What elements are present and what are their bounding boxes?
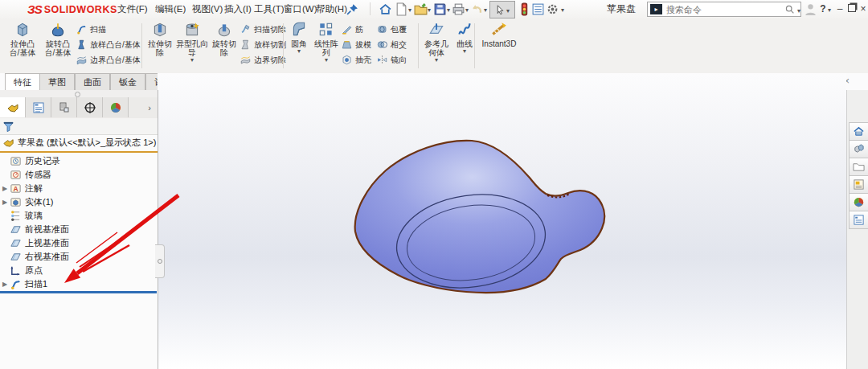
- reference-geometry-button[interactable]: 参考几何体: [422, 21, 451, 63]
- tree-filter-row[interactable]: [0, 118, 158, 135]
- wrap-button[interactable]: 包覆: [376, 22, 407, 37]
- sweep-button[interactable]: 扫描: [76, 22, 141, 37]
- tab-configurationmanager[interactable]: [51, 97, 77, 117]
- linear-pattern-button[interactable]: 线性阵列: [313, 21, 340, 63]
- lofted-boss-icon: [76, 39, 88, 51]
- tab-features[interactable]: 特征: [5, 73, 40, 91]
- rebuild-traffic-light-icon[interactable]: [518, 2, 531, 16]
- fillet-button[interactable]: 圆角: [287, 21, 311, 54]
- taskpane-file-explorer-button[interactable]: [849, 158, 868, 176]
- panel-tab-overflow[interactable]: ›: [129, 97, 158, 118]
- minimize-button[interactable]: –: [833, 2, 846, 15]
- tree-item-right-plane[interactable]: 右视基准面: [0, 250, 158, 264]
- new-document-icon[interactable]: [395, 2, 408, 16]
- apple-plate-model[interactable]: [321, 129, 619, 322]
- tab-featuremanager[interactable]: [0, 97, 26, 117]
- swept-cut-button[interactable]: 扫描切除: [240, 22, 286, 37]
- restore-icon: [848, 4, 856, 12]
- help-caret-icon[interactable]: [827, 4, 831, 14]
- settings-gear-icon[interactable]: [546, 2, 559, 16]
- hole-wizard-button[interactable]: 异型孔向导: [176, 21, 208, 63]
- pin-icon[interactable]: [346, 2, 359, 16]
- tab-surfaces[interactable]: 曲面: [75, 73, 110, 90]
- dimxpertmanager-icon: [84, 101, 96, 114]
- tab-propertymanager[interactable]: [26, 97, 51, 117]
- search-scope-icon[interactable]: ▸: [650, 4, 662, 14]
- revolved-cut-button[interactable]: 旋转切除: [210, 21, 239, 57]
- select-tool-button[interactable]: [489, 1, 515, 18]
- search-caret-icon[interactable]: [796, 5, 800, 14]
- undo-caret-icon[interactable]: [483, 4, 487, 14]
- tree-item-solid-bodies[interactable]: ▶ 实体(1): [0, 195, 158, 209]
- new-document-caret-icon[interactable]: [407, 4, 411, 14]
- save-icon[interactable]: [433, 2, 447, 16]
- task-pane: [846, 90, 868, 369]
- extruded-boss-button[interactable]: 拉伸凸台/基体: [6, 21, 39, 57]
- ribbon-group-instant3d: Instant3D: [477, 18, 521, 72]
- curves-button[interactable]: 曲线: [452, 21, 477, 54]
- tree-item-material[interactable]: 玻璃: [0, 209, 158, 223]
- settings-caret-icon[interactable]: [560, 4, 564, 14]
- menu-file[interactable]: 文件(F): [111, 0, 154, 18]
- tab-sketch[interactable]: 草图: [39, 73, 75, 90]
- search-input[interactable]: [665, 4, 784, 15]
- rib-icon: [341, 23, 353, 35]
- tree-item-top-plane[interactable]: 上视基准面: [0, 236, 158, 250]
- lofted-cut-button[interactable]: 放样切割: [240, 37, 286, 52]
- custom-properties-icon: [853, 214, 865, 226]
- extruded-cut-button[interactable]: 拉伸切除: [145, 21, 174, 57]
- display-pane-icon[interactable]: [531, 2, 545, 16]
- file-explorer-icon: [853, 161, 865, 173]
- select-caret-icon[interactable]: [506, 5, 510, 14]
- save-caret-icon[interactable]: [446, 4, 450, 14]
- tree-item-annotations[interactable]: ▶ A 注解: [0, 182, 158, 195]
- graphics-viewport[interactable]: [158, 73, 846, 369]
- tree-item-sensors[interactable]: 传感器: [0, 168, 158, 182]
- expand-arrow-icon[interactable]: ▶: [0, 185, 10, 192]
- tab-sheetmetal[interactable]: 钣金: [110, 73, 145, 90]
- taskpane-home-button[interactable]: [849, 122, 868, 141]
- search-box[interactable]: ▸: [647, 2, 801, 17]
- taskpane-view-palette-button[interactable]: [849, 175, 868, 194]
- tree-item-sweep1[interactable]: ▶ 扫描1: [0, 277, 158, 291]
- tab-dimxpertmanager[interactable]: [77, 97, 103, 117]
- sweep-feature-icon: [10, 278, 22, 290]
- mirror-button[interactable]: 镜向: [376, 52, 407, 68]
- intersect-button[interactable]: 相交: [376, 37, 407, 52]
- draft-button[interactable]: 拔模: [341, 37, 371, 52]
- linear-pattern-icon: [317, 21, 335, 39]
- print-icon[interactable]: [452, 2, 465, 16]
- lofted-boss-button[interactable]: 放样凸台/基体: [76, 37, 141, 52]
- panel-grip[interactable]: [0, 90, 158, 97]
- shell-button[interactable]: 抽壳: [341, 52, 371, 68]
- home-icon[interactable]: [379, 2, 392, 16]
- taskpane-design-library-button[interactable]: [849, 140, 868, 158]
- boundary-cut-button[interactable]: 边界切除: [240, 52, 286, 68]
- expand-arrow-icon[interactable]: ▶: [0, 199, 10, 206]
- open-caret-icon[interactable]: [427, 4, 431, 14]
- revolved-boss-button[interactable]: 旋转凸台/基体: [41, 21, 75, 57]
- close-button[interactable]: ×: [857, 2, 868, 15]
- taskpane-appearances-button[interactable]: [849, 193, 868, 211]
- tree-root-item[interactable]: 苹果盘 (默认<<默认>_显示状态 1>): [0, 136, 158, 150]
- boundary-boss-button[interactable]: 边界凸台/基体: [76, 52, 141, 68]
- panel-splitter-handle[interactable]: [155, 244, 165, 278]
- tab-displaymanager[interactable]: [103, 97, 129, 117]
- open-icon[interactable]: [414, 2, 428, 16]
- taskpane-custom-properties-button[interactable]: [849, 211, 868, 229]
- tree-item-front-plane[interactable]: 前视基准面: [0, 223, 158, 236]
- plate-outer-face[interactable]: [355, 141, 604, 293]
- undo-icon[interactable]: [470, 2, 484, 16]
- tree-item-history[interactable]: 历史记录: [0, 154, 158, 168]
- tree-item-origin[interactable]: 原点: [0, 264, 158, 277]
- magnifier-icon[interactable]: [784, 4, 795, 14]
- instant3d-button[interactable]: Instant3D: [478, 21, 520, 48]
- boundary-boss-icon: [76, 54, 88, 66]
- plane-icon: [10, 251, 22, 263]
- rib-button[interactable]: 筋: [341, 22, 371, 37]
- expand-arrow-icon[interactable]: ▶: [0, 281, 10, 288]
- rollback-bar[interactable]: [0, 291, 157, 293]
- feature-manager-panel: › 苹果盘 (默认<<默认>_显示状态 1>) 历史记录: [0, 90, 158, 369]
- user-icon[interactable]: [804, 2, 817, 16]
- print-caret-icon[interactable]: [465, 4, 469, 14]
